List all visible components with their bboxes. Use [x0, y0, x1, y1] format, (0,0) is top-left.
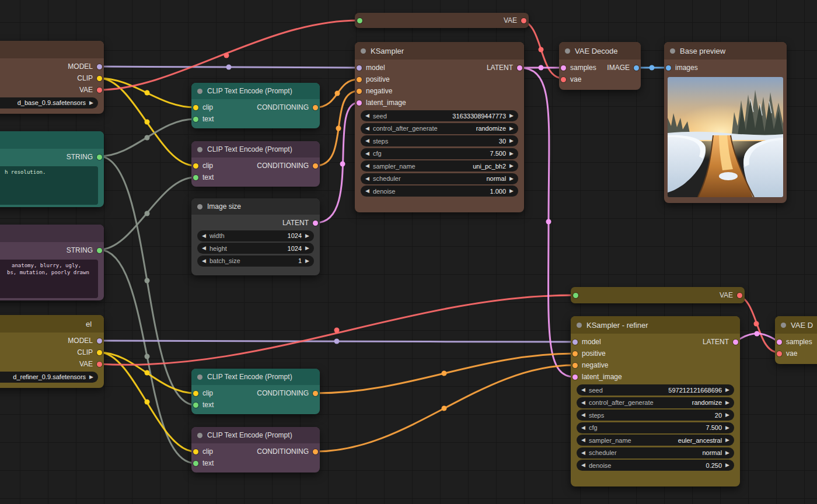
next-value-icon[interactable]: ▶: [509, 163, 514, 169]
increment-icon[interactable]: ▶: [725, 425, 729, 430]
next-value-icon[interactable]: ▶: [725, 450, 729, 456]
ckpt-name-widget[interactable]: ◀ d_base_0.9.safetensors ▶: [0, 97, 98, 108]
node-header[interactable]: [0, 131, 104, 149]
node-header[interactable]: VAE Decode: [559, 42, 641, 60]
next-value-icon[interactable]: ▶: [725, 400, 729, 405]
next-value-icon[interactable]: ▶: [509, 176, 514, 181]
prev-value-icon[interactable]: ◀: [581, 450, 585, 456]
decrement-icon[interactable]: ◀: [581, 387, 585, 393]
decrement-icon[interactable]: ◀: [202, 258, 206, 264]
scheduler-widget[interactable]: ◀schedulernormal▶: [577, 447, 734, 459]
control-after-generate-widget[interactable]: ◀control_after_generaterandomize▶: [361, 123, 518, 134]
prev-value-icon[interactable]: ◀: [581, 438, 585, 443]
increment-icon[interactable]: ▶: [509, 151, 514, 156]
height-widget[interactable]: ◀ height 1024 ▶: [197, 243, 314, 254]
increment-icon[interactable]: ▶: [725, 387, 729, 393]
node-header[interactable]: Image size: [191, 198, 320, 215]
increment-icon[interactable]: ▶: [305, 246, 309, 251]
clip-input-slot[interactable]: [193, 105, 198, 110]
model-input-slot[interactable]: [357, 65, 362, 71]
vae-output-slot[interactable]: [737, 293, 742, 298]
text-widget[interactable]: anatomy, blurry, ugly, bs, mutation, poo…: [0, 260, 98, 298]
scheduler-widget[interactable]: ◀schedulernormal▶: [361, 173, 518, 184]
node-header[interactable]: CLIP Text Encode (Prompt): [191, 427, 320, 443]
conditioning-output-slot[interactable]: [313, 105, 318, 110]
images-input-slot[interactable]: [666, 65, 671, 71]
clip-output-slot[interactable]: [97, 350, 102, 355]
denoise-widget[interactable]: ◀denoise0.250▶: [577, 460, 734, 471]
node-header[interactable]: [0, 41, 104, 58]
vae-output-slot[interactable]: [97, 362, 102, 367]
text-widget[interactable]: h resolution.: [0, 166, 98, 205]
clip-input-slot[interactable]: [193, 449, 198, 454]
decrement-icon[interactable]: ◀: [202, 233, 206, 239]
node-header[interactable]: [0, 225, 104, 242]
increment-icon[interactable]: ▶: [509, 113, 514, 118]
negative-input-slot[interactable]: [357, 89, 362, 94]
prev-value-icon[interactable]: ◀: [365, 176, 369, 181]
clip-input-slot[interactable]: [193, 391, 198, 396]
latent-output-slot[interactable]: [313, 220, 318, 226]
positive-input-slot[interactable]: [357, 77, 362, 82]
prev-value-icon[interactable]: ◀: [581, 400, 585, 405]
decrement-icon[interactable]: ◀: [365, 138, 369, 144]
control-after-generate-widget[interactable]: ◀control_after_generaterandomize▶: [577, 397, 734, 408]
model-input-slot[interactable]: [572, 340, 578, 345]
reroute-input-slot[interactable]: [573, 293, 578, 298]
batch-size-widget[interactable]: ◀ batch_size 1 ▶: [197, 256, 314, 267]
cfg-widget[interactable]: ◀cfg7.500▶: [361, 148, 518, 159]
seed-widget[interactable]: ◀seed597212121668696▶: [577, 384, 734, 396]
prev-value-icon[interactable]: ◀: [365, 163, 369, 169]
node-header[interactable]: KSampler: [355, 42, 524, 60]
string-output-slot[interactable]: [97, 248, 102, 253]
increment-icon[interactable]: ▶: [305, 233, 309, 239]
node-reroute-vae-top[interactable]: VAE: [355, 13, 529, 28]
node-header[interactable]: VAE D: [775, 316, 817, 334]
node-header[interactable]: CLIP Text Encode (Prompt): [191, 369, 320, 385]
increment-icon[interactable]: ▶: [725, 463, 729, 468]
reroute-input-slot[interactable]: [357, 18, 362, 23]
seed-widget[interactable]: ◀seed316333089447773▶: [361, 110, 518, 121]
node-header[interactable]: CLIP Text Encode (Prompt): [191, 141, 320, 158]
latent-output-slot[interactable]: [517, 65, 522, 71]
vae-input-slot[interactable]: [561, 77, 566, 82]
conditioning-output-slot[interactable]: [313, 391, 318, 396]
text-input-slot[interactable]: [193, 175, 198, 180]
decrement-icon[interactable]: ◀: [581, 463, 585, 468]
conditioning-output-slot[interactable]: [313, 449, 318, 454]
sampler-name-widget[interactable]: ◀sampler_nameeuler_ancestral▶: [577, 435, 734, 446]
text-input-slot[interactable]: [193, 117, 198, 122]
node-header[interactable]: CLIP Text Encode (Prompt): [191, 83, 320, 99]
image-output-slot[interactable]: [634, 65, 639, 71]
clip-input-slot[interactable]: [193, 163, 198, 169]
sampler-name-widget[interactable]: ◀sampler_nameuni_pc_bh2▶: [361, 160, 518, 172]
increment-icon[interactable]: ▶: [509, 138, 514, 144]
ckpt-name-widget[interactable]: ◀ d_refiner_0.9.safetensors ▶: [0, 372, 98, 383]
string-output-slot[interactable]: [97, 155, 102, 160]
node-header[interactable]: Base preview: [664, 42, 787, 60]
decrement-icon[interactable]: ◀: [365, 151, 369, 156]
steps-widget[interactable]: ◀steps20▶: [577, 410, 734, 421]
next-value-icon[interactable]: ▶: [89, 374, 93, 380]
node-header[interactable]: KSampler - refiner: [571, 316, 740, 334]
samples-input-slot[interactable]: [777, 340, 782, 345]
model-output-slot[interactable]: [97, 338, 102, 344]
next-value-icon[interactable]: ▶: [509, 126, 514, 131]
prev-value-icon[interactable]: ◀: [365, 126, 369, 131]
clip-output-slot[interactable]: [97, 76, 102, 81]
decrement-icon[interactable]: ◀: [365, 188, 369, 194]
next-value-icon[interactable]: ▶: [89, 100, 93, 106]
vae-output-slot[interactable]: [97, 88, 102, 93]
samples-input-slot[interactable]: [561, 65, 566, 71]
decrement-icon[interactable]: ◀: [365, 113, 369, 118]
vae-output-slot[interactable]: [521, 18, 526, 23]
positive-input-slot[interactable]: [572, 351, 578, 356]
latent-output-slot[interactable]: [733, 340, 738, 345]
increment-icon[interactable]: ▶: [509, 188, 514, 194]
text-input-slot[interactable]: [193, 402, 198, 408]
next-value-icon[interactable]: ▶: [725, 438, 729, 443]
decrement-icon[interactable]: ◀: [581, 412, 585, 418]
model-output-slot[interactable]: [97, 64, 102, 69]
negative-input-slot[interactable]: [572, 363, 578, 368]
decrement-icon[interactable]: ◀: [202, 246, 206, 251]
